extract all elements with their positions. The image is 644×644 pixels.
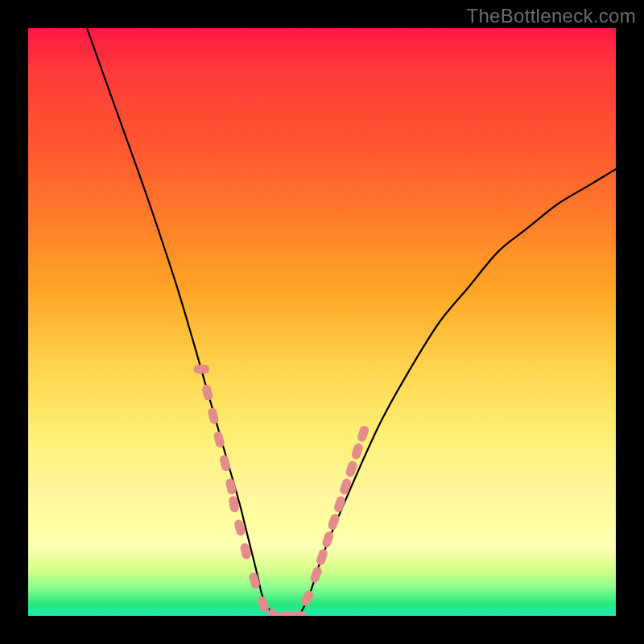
marker-dot [193, 365, 209, 374]
marker-dot [219, 454, 232, 472]
chart-frame: TheBottleneck.com [0, 0, 644, 644]
marker-dot [248, 572, 261, 589]
marker-dot [256, 595, 270, 613]
plot-area [28, 28, 616, 616]
bottleneck-curve [87, 28, 616, 616]
marker-dot [339, 477, 353, 495]
curve-path-group [87, 28, 616, 616]
marker-dot [201, 384, 214, 402]
marker-dot [291, 612, 307, 617]
marker-dot [316, 548, 329, 566]
marker-dot [207, 407, 220, 425]
marker-dot [225, 477, 237, 495]
marker-dot [350, 442, 364, 460]
marker-dot [309, 566, 323, 584]
marker-dot [299, 589, 315, 608]
watermark-text: TheBottleneck.com [466, 5, 636, 27]
marker-dot [357, 424, 370, 442]
marker-dot [213, 431, 225, 448]
curve-layer [28, 28, 616, 616]
marker-band [193, 365, 369, 616]
marker-dot [321, 530, 335, 548]
